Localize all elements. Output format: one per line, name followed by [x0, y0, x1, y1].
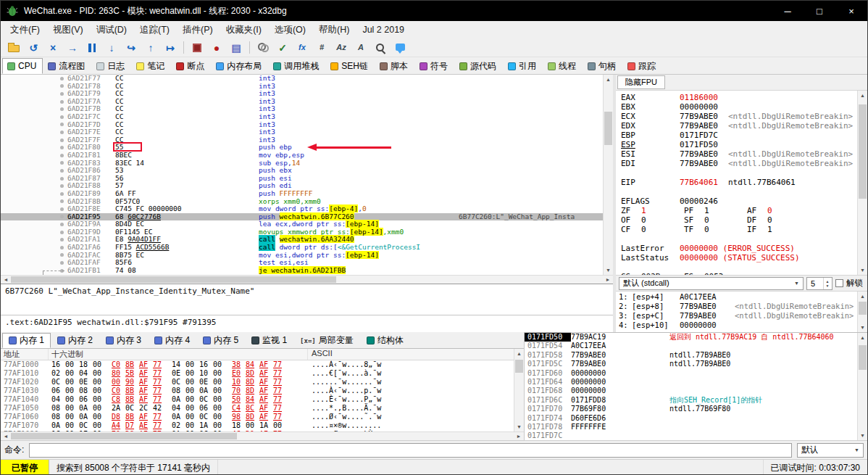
stack-row[interactable]: 0171FD5C77B9ABE0ntdll.77B9ABE0: [525, 360, 857, 368]
breakpoint-gutter[interactable]: [1, 205, 67, 213]
bottom-tab-watch-1[interactable]: 监视 1: [245, 333, 293, 348]
stack-row[interactable]: 0171FD5877B9ABE0ntdll.77B9ABE0: [525, 351, 857, 360]
run-button[interactable]: →: [63, 40, 82, 56]
tab-source[interactable]: 源代码: [454, 58, 503, 74]
breakpoint-gutter[interactable]: [1, 259, 67, 267]
tab-handles[interactable]: 句柄: [583, 58, 622, 74]
stack-row[interactable]: 0171FD5077B9AC19返回到 ntdll.77B9AC19 自 ntd…: [525, 333, 857, 342]
close-button[interactable]: ×: [835, 1, 867, 21]
maximize-button[interactable]: □: [804, 1, 835, 21]
dump-row[interactable]: 77AF103006000800C08BAF7708000A00708DAF77…: [1, 387, 514, 395]
settings-gears-button[interactable]: [254, 40, 272, 56]
argument-row[interactable]: 1:[esp+4]A0C17EEA: [616, 292, 857, 302]
dump-row[interactable]: 77AF106008000A00D88BAF770A000C00988DAF77…: [1, 413, 514, 421]
scroll-thumb[interactable]: [11, 276, 336, 283]
tab-symbols[interactable]: 符号: [414, 58, 454, 74]
register-row[interactable]: EFLAGS00000246: [616, 197, 857, 206]
bottom-tab-dump-5[interactable]: 内存 5: [196, 333, 245, 348]
disasm-horizontal-scrollbar[interactable]: ◄ ►: [1, 275, 613, 284]
menu-item-debug[interactable]: 调试(D): [90, 22, 133, 38]
breakpoint-gutter[interactable]: [1, 167, 67, 175]
breakpoint-gutter[interactable]: [1, 75, 67, 83]
tab-call-stack[interactable]: 调用堆栈: [268, 58, 325, 74]
tab-references[interactable]: 引用: [503, 58, 543, 74]
menu-item-file[interactable]: 文件(F): [4, 22, 46, 38]
register-row[interactable]: [616, 187, 857, 197]
memory-regions-button[interactable]: ▤: [227, 40, 246, 56]
scroll-down-arrow[interactable]: ▼: [604, 265, 613, 275]
dump-horizontal-scrollbar[interactable]: ◄ ►: [1, 431, 524, 440]
register-row[interactable]: EDI77B9ABE0<ntdll.DbgUiRemoteBreakin>: [616, 159, 857, 168]
search-button[interactable]: [371, 40, 390, 56]
breakpoint-gutter[interactable]: [1, 98, 67, 106]
tab-cpu[interactable]: CPU: [2, 58, 43, 74]
scroll-thumb[interactable]: [859, 345, 867, 370]
calculator-fx-button[interactable]: fx: [293, 40, 312, 56]
scroll-up-arrow[interactable]: ▲: [858, 333, 867, 342]
assemble-az-button[interactable]: Az: [332, 40, 351, 56]
menu-item-favourites[interactable]: 收藏夹(I): [220, 22, 268, 38]
register-row[interactable]: [616, 234, 857, 244]
breakpoint-gutter[interactable]: [1, 182, 67, 190]
pause-button[interactable]: [83, 40, 101, 56]
register-row[interactable]: EBX00000000: [616, 102, 857, 112]
breakpoint-gutter[interactable]: [1, 113, 67, 121]
register-row[interactable]: EBP0171FD7C: [616, 131, 857, 140]
menu-item-view[interactable]: 视图(V): [46, 22, 90, 38]
minimize-button[interactable]: ─: [772, 1, 804, 21]
stack-vertical-scrollbar[interactable]: ▲ ▼: [857, 333, 867, 440]
breakpoint-gutter[interactable]: [1, 160, 67, 168]
hide-fpu-button[interactable]: 隐藏FPU: [617, 75, 665, 89]
scroll-up-arrow[interactable]: ▲: [858, 292, 867, 301]
scroll-thumb[interactable]: [604, 112, 612, 145]
breakpoints-button[interactable]: ●: [207, 40, 226, 56]
disassembly-rows[interactable]: 6AD21F77CCint36AD21F78CCint36AD21F79CCin…: [1, 75, 603, 275]
dump-vertical-scrollbar[interactable]: ▲ ▼: [514, 349, 524, 431]
dump-row[interactable]: 77AF10700A000C00A4D7AE7702001A0018001A00…: [1, 421, 514, 430]
close-debuggee-button[interactable]: ×: [43, 40, 62, 56]
bottom-tab-struct[interactable]: 结构体: [360, 333, 410, 348]
command-profile-select[interactable]: 默认 ▼: [797, 443, 864, 458]
scroll-thumb[interactable]: [515, 360, 523, 373]
register-row[interactable]: EAX01186000: [616, 93, 857, 102]
stack-row[interactable]: 0171FD74D60FE6D6: [525, 414, 857, 423]
register-row[interactable]: EIP77B64061ntdll.77B64061: [616, 178, 857, 187]
scroll-up-arrow[interactable]: ▲: [514, 349, 524, 358]
scroll-left-arrow[interactable]: ◄: [1, 276, 11, 284]
scroll-right-arrow[interactable]: ►: [603, 276, 613, 284]
argument-row[interactable]: 4:[esp+10]00000000: [616, 321, 857, 330]
breakpoint-gutter[interactable]: [1, 152, 67, 160]
disasm-row[interactable]: 6AD21F818BECmov ebp,esp: [1, 152, 603, 160]
tab-log[interactable]: 日志: [91, 58, 131, 74]
scroll-down-arrow[interactable]: ▼: [858, 265, 867, 275]
scroll-thumb[interactable]: [859, 302, 867, 315]
scroll-left-arrow[interactable]: ◄: [1, 432, 11, 440]
stack-row[interactable]: 0171FD7077B69F80ntdll.77B69F80: [525, 405, 857, 413]
register-row[interactable]: [616, 168, 857, 178]
dump-row[interactable]: 77AF10200C000E000090AF770C000E00108DAF77…: [1, 378, 514, 387]
breakpoint-gutter[interactable]: [1, 228, 67, 236]
bottom-tab-dump-1[interactable]: 内存 1: [2, 333, 51, 348]
register-row[interactable]: OF0SF0DF0: [616, 215, 857, 225]
breakpoint-gutter[interactable]: [1, 121, 67, 129]
dump-rows[interactable]: 77AF100016001800C08BAF77140016003884AF77…: [1, 360, 514, 431]
bottom-tab-dump-2[interactable]: 内存 2: [51, 333, 99, 348]
scroll-thumb[interactable]: [11, 433, 237, 439]
breakpoint-gutter[interactable]: [1, 83, 67, 91]
stack-row[interactable]: 0171FD6000000000: [525, 369, 857, 378]
bottom-tab-dump-4[interactable]: 内存 4: [148, 333, 196, 348]
patches-button[interactable]: [188, 40, 206, 56]
breakpoint-gutter[interactable]: [1, 220, 67, 228]
register-row[interactable]: LastStatus00000000 (STATUS_SUCCESS): [616, 253, 857, 263]
open-file-button[interactable]: [4, 40, 23, 56]
scroll-down-arrow[interactable]: ▼: [514, 422, 524, 431]
stack-rows[interactable]: 0171FD5077B9AC19返回到 ntdll.77B9AC19 自 ntd…: [525, 333, 857, 440]
register-row[interactable]: ZF1PF1AF0: [616, 206, 857, 215]
spinner-arrows-icon[interactable]: ▲▼: [823, 278, 831, 289]
stack-row[interactable]: 0171FD7C: [525, 431, 857, 440]
registers-list[interactable]: EAX01186000EBX00000000ECX77B9ABE0<ntdll.…: [616, 91, 857, 275]
scroll-down-arrow[interactable]: ▼: [858, 323, 867, 332]
register-row[interactable]: [616, 263, 857, 272]
register-row[interactable]: ECX77B9ABE0<ntdll.DbgUiRemoteBreakin>: [616, 112, 857, 121]
stack-row[interactable]: 0171FD6800000000: [525, 387, 857, 395]
